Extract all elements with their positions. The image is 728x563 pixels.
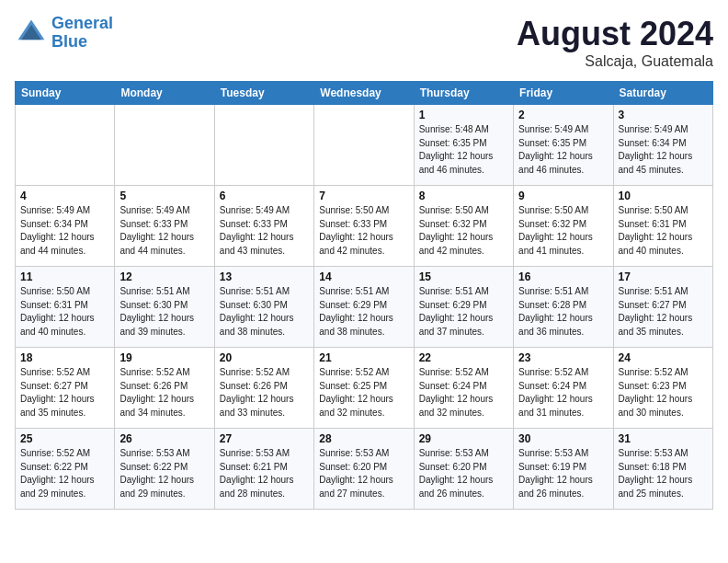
day-info: Sunrise: 5:52 AM Sunset: 6:24 PM Dayligh… bbox=[518, 366, 608, 419]
month-title: August 2024 bbox=[517, 15, 713, 53]
calendar-cell: 16Sunrise: 5:51 AM Sunset: 6:28 PM Dayli… bbox=[514, 267, 613, 348]
day-number: 8 bbox=[419, 190, 508, 202]
day-number: 11 bbox=[20, 270, 109, 283]
day-info: Sunrise: 5:51 AM Sunset: 6:27 PM Dayligh… bbox=[619, 285, 708, 339]
calendar-cell: 14Sunrise: 5:51 AM Sunset: 6:29 PM Dayli… bbox=[314, 267, 414, 348]
calendar-cell: 28Sunrise: 5:53 AM Sunset: 6:20 PM Dayli… bbox=[314, 429, 414, 510]
calendar-cell: 12Sunrise: 5:51 AM Sunset: 6:30 PM Dayli… bbox=[115, 267, 214, 348]
calendar-cell: 5Sunrise: 5:49 AM Sunset: 6:33 PM Daylig… bbox=[115, 186, 214, 267]
day-number: 21 bbox=[319, 351, 408, 364]
calendar-cell: 31Sunrise: 5:53 AM Sunset: 6:18 PM Dayli… bbox=[613, 429, 712, 510]
calendar-cell: 10Sunrise: 5:50 AM Sunset: 6:31 PM Dayli… bbox=[613, 186, 712, 267]
page-header: General Blue August 2024 Salcaja, Guatem… bbox=[15, 15, 713, 70]
day-number: 25 bbox=[20, 432, 109, 445]
day-info: Sunrise: 5:51 AM Sunset: 6:29 PM Dayligh… bbox=[419, 285, 508, 339]
calendar-cell: 24Sunrise: 5:52 AM Sunset: 6:23 PM Dayli… bbox=[613, 348, 712, 429]
day-number: 16 bbox=[518, 270, 608, 283]
day-number: 29 bbox=[419, 432, 508, 445]
day-number: 14 bbox=[319, 270, 408, 283]
day-number: 13 bbox=[220, 270, 309, 283]
calendar-cell: 2Sunrise: 5:49 AM Sunset: 6:35 PM Daylig… bbox=[514, 105, 613, 186]
calendar-cell: 18Sunrise: 5:52 AM Sunset: 6:27 PM Dayli… bbox=[16, 348, 115, 429]
day-info: Sunrise: 5:51 AM Sunset: 6:28 PM Dayligh… bbox=[518, 285, 608, 339]
weekday-header: Wednesday bbox=[314, 82, 414, 105]
calendar-cell: 22Sunrise: 5:52 AM Sunset: 6:24 PM Dayli… bbox=[414, 348, 513, 429]
calendar-cell: 26Sunrise: 5:53 AM Sunset: 6:22 PM Dayli… bbox=[115, 429, 214, 510]
day-number: 30 bbox=[518, 432, 608, 445]
day-info: Sunrise: 5:53 AM Sunset: 6:21 PM Dayligh… bbox=[220, 447, 309, 500]
calendar-cell: 15Sunrise: 5:51 AM Sunset: 6:29 PM Dayli… bbox=[414, 267, 513, 348]
day-number: 18 bbox=[20, 351, 109, 364]
calendar-cell: 1Sunrise: 5:48 AM Sunset: 6:35 PM Daylig… bbox=[414, 105, 513, 186]
weekday-header: Thursday bbox=[414, 82, 513, 105]
calendar-cell: 30Sunrise: 5:53 AM Sunset: 6:19 PM Dayli… bbox=[514, 429, 613, 510]
day-number: 24 bbox=[619, 351, 708, 364]
day-info: Sunrise: 5:52 AM Sunset: 6:27 PM Dayligh… bbox=[20, 366, 109, 419]
day-number: 31 bbox=[619, 432, 708, 445]
day-number: 28 bbox=[319, 432, 408, 445]
day-info: Sunrise: 5:53 AM Sunset: 6:20 PM Dayligh… bbox=[319, 447, 408, 500]
title-block: August 2024 Salcaja, Guatemala bbox=[517, 15, 713, 70]
weekday-header: Monday bbox=[115, 82, 214, 105]
day-number: 22 bbox=[419, 351, 508, 364]
day-number: 2 bbox=[518, 109, 608, 121]
calendar-cell: 21Sunrise: 5:52 AM Sunset: 6:25 PM Dayli… bbox=[314, 348, 414, 429]
day-info: Sunrise: 5:52 AM Sunset: 6:24 PM Dayligh… bbox=[419, 366, 508, 419]
day-info: Sunrise: 5:53 AM Sunset: 6:22 PM Dayligh… bbox=[119, 447, 209, 500]
calendar-cell: 25Sunrise: 5:52 AM Sunset: 6:22 PM Dayli… bbox=[16, 429, 115, 510]
day-number: 26 bbox=[119, 432, 209, 445]
day-info: Sunrise: 5:50 AM Sunset: 6:31 PM Dayligh… bbox=[20, 285, 109, 339]
calendar-cell bbox=[314, 105, 414, 186]
day-info: Sunrise: 5:50 AM Sunset: 6:32 PM Dayligh… bbox=[419, 204, 508, 258]
day-info: Sunrise: 5:51 AM Sunset: 6:30 PM Dayligh… bbox=[119, 285, 209, 339]
calendar-cell: 6Sunrise: 5:49 AM Sunset: 6:33 PM Daylig… bbox=[214, 186, 313, 267]
day-info: Sunrise: 5:49 AM Sunset: 6:33 PM Dayligh… bbox=[119, 204, 209, 258]
logo: General Blue bbox=[15, 15, 113, 52]
calendar-cell: 7Sunrise: 5:50 AM Sunset: 6:33 PM Daylig… bbox=[314, 186, 414, 267]
calendar-cell bbox=[16, 105, 115, 186]
day-number: 1 bbox=[419, 109, 508, 121]
day-info: Sunrise: 5:49 AM Sunset: 6:33 PM Dayligh… bbox=[220, 204, 309, 258]
day-number: 3 bbox=[619, 109, 708, 121]
day-info: Sunrise: 5:50 AM Sunset: 6:32 PM Dayligh… bbox=[518, 204, 608, 258]
calendar-cell: 27Sunrise: 5:53 AM Sunset: 6:21 PM Dayli… bbox=[214, 429, 313, 510]
calendar-cell: 13Sunrise: 5:51 AM Sunset: 6:30 PM Dayli… bbox=[214, 267, 313, 348]
day-info: Sunrise: 5:50 AM Sunset: 6:33 PM Dayligh… bbox=[319, 204, 408, 258]
day-number: 27 bbox=[220, 432, 309, 445]
day-info: Sunrise: 5:53 AM Sunset: 6:19 PM Dayligh… bbox=[518, 447, 608, 500]
day-info: Sunrise: 5:52 AM Sunset: 6:22 PM Dayligh… bbox=[20, 447, 109, 500]
day-number: 9 bbox=[518, 190, 608, 202]
location-subtitle: Salcaja, Guatemala bbox=[517, 53, 713, 70]
weekday-header: Sunday bbox=[16, 82, 115, 105]
weekday-header: Saturday bbox=[613, 82, 712, 105]
day-number: 23 bbox=[518, 351, 608, 364]
day-info: Sunrise: 5:51 AM Sunset: 6:30 PM Dayligh… bbox=[220, 285, 309, 339]
day-info: Sunrise: 5:52 AM Sunset: 6:25 PM Dayligh… bbox=[319, 366, 408, 419]
day-number: 7 bbox=[319, 190, 408, 202]
day-number: 12 bbox=[119, 270, 209, 283]
calendar-cell bbox=[115, 105, 214, 186]
calendar-cell: 8Sunrise: 5:50 AM Sunset: 6:32 PM Daylig… bbox=[414, 186, 513, 267]
logo-text: General Blue bbox=[51, 15, 113, 52]
day-info: Sunrise: 5:49 AM Sunset: 6:34 PM Dayligh… bbox=[20, 204, 109, 258]
day-info: Sunrise: 5:52 AM Sunset: 6:23 PM Dayligh… bbox=[619, 366, 708, 419]
day-info: Sunrise: 5:49 AM Sunset: 6:35 PM Dayligh… bbox=[518, 123, 608, 177]
day-number: 4 bbox=[20, 190, 109, 202]
day-info: Sunrise: 5:51 AM Sunset: 6:29 PM Dayligh… bbox=[319, 285, 408, 339]
day-number: 6 bbox=[220, 190, 309, 202]
day-info: Sunrise: 5:48 AM Sunset: 6:35 PM Dayligh… bbox=[419, 123, 508, 177]
day-number: 5 bbox=[119, 190, 209, 202]
day-info: Sunrise: 5:53 AM Sunset: 6:20 PM Dayligh… bbox=[419, 447, 508, 500]
day-number: 15 bbox=[419, 270, 508, 283]
weekday-header: Friday bbox=[514, 82, 613, 105]
calendar-cell: 9Sunrise: 5:50 AM Sunset: 6:32 PM Daylig… bbox=[514, 186, 613, 267]
calendar-cell: 17Sunrise: 5:51 AM Sunset: 6:27 PM Dayli… bbox=[613, 267, 712, 348]
day-number: 19 bbox=[119, 351, 209, 364]
day-info: Sunrise: 5:49 AM Sunset: 6:34 PM Dayligh… bbox=[619, 123, 708, 177]
calendar-cell: 4Sunrise: 5:49 AM Sunset: 6:34 PM Daylig… bbox=[16, 186, 115, 267]
calendar-cell: 20Sunrise: 5:52 AM Sunset: 6:26 PM Dayli… bbox=[214, 348, 313, 429]
day-number: 17 bbox=[619, 270, 708, 283]
calendar-table: SundayMondayTuesdayWednesdayThursdayFrid… bbox=[15, 81, 713, 510]
calendar-cell: 19Sunrise: 5:52 AM Sunset: 6:26 PM Dayli… bbox=[115, 348, 214, 429]
day-info: Sunrise: 5:52 AM Sunset: 6:26 PM Dayligh… bbox=[119, 366, 209, 419]
